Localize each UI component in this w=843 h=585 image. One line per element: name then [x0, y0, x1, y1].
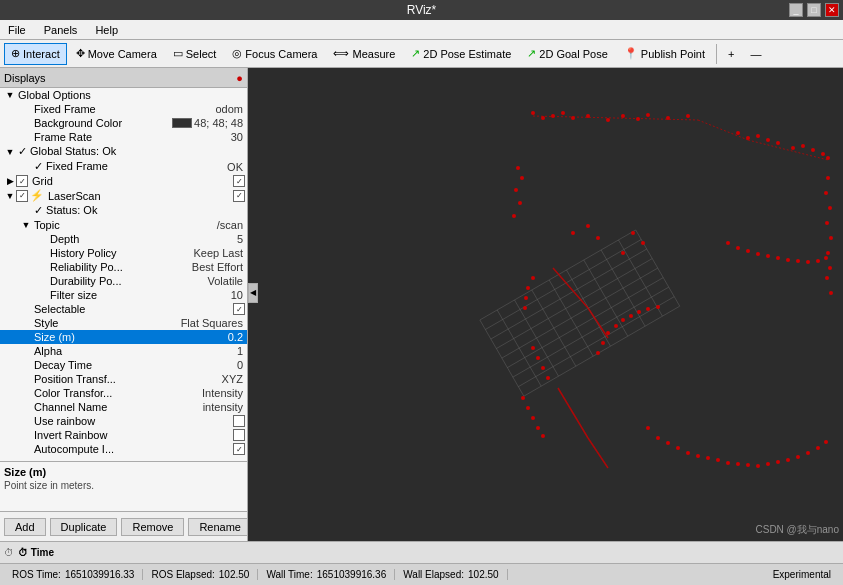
svg-line-15 [584, 260, 628, 336]
tree-item-decay-time[interactable]: Decay Time 0 [0, 358, 247, 372]
svg-point-75 [746, 463, 750, 467]
close-button[interactable]: ✕ [825, 3, 839, 17]
interact-button[interactable]: ⊕ Interact [4, 43, 67, 65]
value-style: Flat Squares [181, 317, 247, 329]
panel-toggle-arrow[interactable]: ◀ [248, 283, 258, 303]
label-status-ok: ✓ Status: Ok [32, 204, 247, 217]
menu-panels[interactable]: Panels [40, 23, 82, 37]
ros-time-value: 1651039916.33 [65, 569, 135, 580]
goal-pose-button[interactable]: ↗ 2D Goal Pose [520, 43, 614, 65]
move-camera-button[interactable]: ✥ Move Camera [69, 43, 164, 65]
svg-point-65 [646, 426, 650, 430]
remove-button[interactable]: Remove [121, 518, 184, 536]
tree-item-global-status[interactable]: ▼ ✓ Global Status: Ok [0, 144, 247, 159]
time-label: ⏱ Time [18, 547, 54, 558]
tree-item-status-ok[interactable]: ✓ Status: Ok [0, 203, 247, 218]
svg-point-80 [796, 455, 800, 459]
interact-icon: ⊕ [11, 47, 20, 60]
menu-help[interactable]: Help [91, 23, 122, 37]
tree-item-position-transf[interactable]: Position Transf... XYZ [0, 372, 247, 386]
svg-line-11 [515, 300, 559, 376]
svg-line-13 [549, 280, 593, 356]
tree-item-autocompute[interactable]: Autocompute I... [0, 442, 247, 456]
duplicate-button[interactable]: Duplicate [50, 518, 118, 536]
checkbox-invert-rainbow[interactable] [233, 429, 245, 441]
checkbox-laserscan[interactable] [16, 190, 28, 202]
checkbox-use-rainbow[interactable] [233, 415, 245, 427]
tree-item-size[interactable]: Size (m) 0.2 [0, 330, 247, 344]
add-display-button[interactable]: + [721, 43, 741, 65]
tree-item-fixed-frame-status[interactable]: ✓ Fixed Frame OK [0, 159, 247, 174]
tree-item-durability[interactable]: Durability Po... Volatile [0, 274, 247, 288]
publish-point-button[interactable]: 📍 Publish Point [617, 43, 712, 65]
wall-time-section: Wall Time: 1651039916.36 [258, 569, 395, 580]
displays-close-icon[interactable]: ● [236, 72, 243, 84]
label-autocompute: Autocompute I... [32, 443, 233, 455]
focus-camera-button[interactable]: ◎ Focus Camera [225, 43, 324, 65]
svg-point-66 [656, 436, 660, 440]
svg-point-109 [824, 256, 828, 260]
value-frame-rate: 30 [231, 131, 247, 143]
laserscan-icon: ⚡ [30, 189, 44, 202]
svg-point-82 [816, 446, 820, 450]
add-button[interactable]: Add [4, 518, 46, 536]
tree-item-selectable[interactable]: Selectable [0, 302, 247, 316]
label-decay-time: Decay Time [32, 359, 237, 371]
pose-estimate-button[interactable]: ↗ 2D Pose Estimate [404, 43, 518, 65]
svg-point-112 [596, 236, 600, 240]
tree-item-channel-name[interactable]: Channel Name intensity [0, 400, 247, 414]
tree-item-style[interactable]: Style Flat Squares [0, 316, 247, 330]
tree-item-bg-color[interactable]: Background Color 48; 48; 48 [0, 116, 247, 130]
tree-item-color-transf[interactable]: Color Transfor... Intensity [0, 386, 247, 400]
label-global-status: ✓ Global Status: Ok [16, 145, 247, 158]
viewport[interactable]: CSDN @我与nano [248, 68, 843, 541]
tree-item-depth[interactable]: Depth 5 [0, 232, 247, 246]
tree-item-topic[interactable]: ▼ Topic /scan [0, 218, 247, 232]
svg-point-119 [546, 376, 550, 380]
svg-point-35 [776, 141, 780, 145]
value-topic: /scan [217, 219, 247, 231]
displays-header: Displays ● [0, 68, 247, 88]
checkbox-grid[interactable] [16, 175, 28, 187]
label-grid: Grid [30, 175, 233, 187]
checkbox-grid-2[interactable] [233, 175, 245, 187]
toolbar-extra-button[interactable]: — [743, 43, 768, 65]
svg-point-115 [641, 241, 645, 245]
focus-camera-icon: ◎ [232, 47, 242, 60]
checkbox-autocompute[interactable] [233, 443, 245, 455]
menu-file[interactable]: File [4, 23, 30, 37]
svg-point-104 [776, 256, 780, 260]
svg-point-101 [746, 249, 750, 253]
tree-item-invert-rainbow[interactable]: Invert Rainbow [0, 428, 247, 442]
tree-item-use-rainbow[interactable]: Use rainbow [0, 414, 247, 428]
tree-item-laserscan[interactable]: ▼ ⚡ LaserScan [0, 188, 247, 203]
rename-button[interactable]: Rename [188, 518, 248, 536]
tree-item-global-options[interactable]: ▼ Global Options [0, 88, 247, 102]
tree-item-fixed-frame[interactable]: Fixed Frame odom [0, 102, 247, 116]
tree-item-filter-size[interactable]: Filter size 10 [0, 288, 247, 302]
minimize-button[interactable]: _ [789, 3, 803, 17]
svg-point-68 [676, 446, 680, 450]
tree-area[interactable]: ▼ Global Options Fixed Frame odom Backgr… [0, 88, 247, 461]
tree-item-grid[interactable]: ▶ Grid [0, 174, 247, 188]
svg-point-90 [596, 351, 600, 355]
bg-color-swatch[interactable] [172, 118, 192, 128]
svg-point-26 [621, 114, 625, 118]
maximize-button[interactable]: □ [807, 3, 821, 17]
measure-button[interactable]: ⟺ Measure [326, 43, 402, 65]
displays-title: Displays [4, 72, 46, 84]
tree-item-reliability[interactable]: Reliability Po... Best Effort [0, 260, 247, 274]
tree-item-frame-rate[interactable]: Frame Rate 30 [0, 130, 247, 144]
tree-item-history-policy[interactable]: History Policy Keep Last [0, 246, 247, 260]
checkbox-selectable[interactable] [233, 303, 245, 315]
checkbox-laserscan-2[interactable] [233, 190, 245, 202]
select-button[interactable]: ▭ Select [166, 43, 224, 65]
svg-point-36 [791, 146, 795, 150]
tree-item-alpha[interactable]: Alpha 1 [0, 344, 247, 358]
watermark: CSDN @我与nano [755, 523, 839, 537]
value-history-policy: Keep Last [193, 247, 247, 259]
label-frame-rate: Frame Rate [32, 131, 231, 143]
svg-line-16 [601, 250, 645, 326]
svg-point-67 [666, 441, 670, 445]
value-fixed-frame-status: OK [227, 161, 247, 173]
